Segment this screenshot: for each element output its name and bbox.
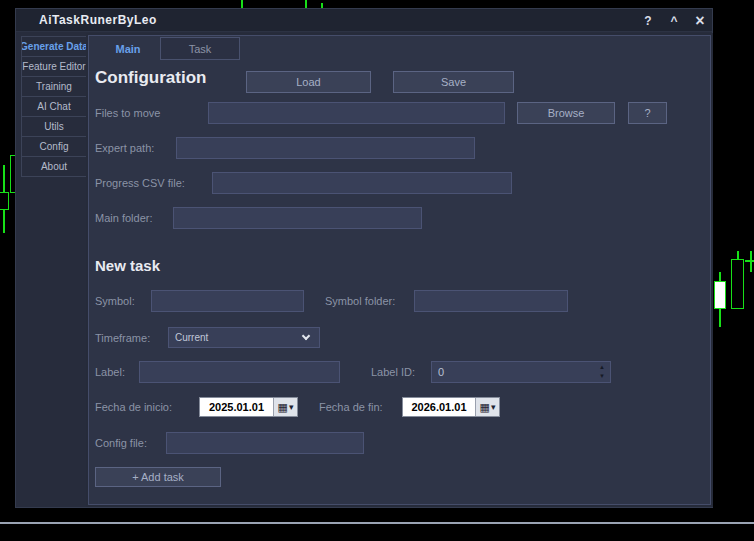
timeframe-label: Timeframe: (95, 327, 150, 349)
new-task-heading: New task (95, 257, 160, 274)
minimize-button[interactable]: ^ (666, 14, 682, 28)
end-date-picker[interactable]: 2026.01.01 ▦ ▾ (402, 397, 500, 417)
candlestick-doji (745, 260, 754, 262)
progress-csv-label: Progress CSV file: (95, 172, 185, 194)
sidebar-item-feature-editor[interactable]: Feature Editor (21, 56, 87, 77)
config-file-label: Config file: (95, 432, 147, 454)
save-button[interactable]: Save (393, 71, 514, 93)
sidebar-item-training[interactable]: Training (21, 76, 87, 97)
expert-path-label: Expert path: (95, 137, 154, 159)
symbol-folder-label: Symbol folder: (325, 290, 395, 312)
app-window: AiTaskRunerByLeo ? ^ × Generate Data Fea… (15, 8, 713, 508)
end-date-dropdown-button[interactable]: ▦ ▾ (475, 398, 499, 416)
main-folder-input[interactable] (173, 207, 422, 229)
sidebar-item-generate-data[interactable]: Generate Data (21, 36, 87, 57)
candlestick-wick (737, 251, 739, 259)
add-task-button[interactable]: + Add task (95, 467, 221, 487)
label-id-spinner[interactable]: 0 ▲ ▼ (431, 361, 611, 383)
candlestick-body (714, 281, 726, 309)
start-date-picker[interactable]: 2025.01.01 ▦ ▾ (199, 397, 298, 417)
configuration-heading: Configuration (95, 68, 206, 88)
end-date-value: 2026.01.01 (403, 401, 475, 413)
label-id-value: 0 (438, 366, 444, 378)
spinner-up-icon[interactable]: ▲ (599, 363, 605, 372)
expert-path-input[interactable] (176, 137, 475, 159)
sidebar-item-about[interactable]: About (21, 156, 87, 177)
chart-bottom-line (0, 522, 754, 524)
symbol-input[interactable] (151, 290, 304, 312)
chart-top-tick (241, 0, 243, 8)
timeframe-selected-value: Current (175, 332, 208, 343)
end-date-label: Fecha de fin: (319, 397, 383, 417)
window-title: AiTaskRunerByLeo (39, 13, 157, 27)
sidebar-item-config[interactable]: Config (21, 136, 87, 157)
spinner-down-icon[interactable]: ▼ (599, 372, 605, 381)
start-date-value: 2025.01.01 (200, 401, 273, 413)
candlestick-wick (3, 210, 5, 233)
candlestick-body (0, 192, 9, 210)
tab-task[interactable]: Task (160, 37, 240, 60)
titlebar[interactable]: AiTaskRunerByLeo ? ^ × (16, 9, 712, 32)
sidebar: Generate Data Feature Editor Training AI… (21, 37, 87, 177)
timeframe-select[interactable]: Current (168, 327, 320, 348)
symbol-label: Symbol: (95, 290, 135, 312)
dropdown-arrow-icon: ▾ (289, 402, 294, 412)
start-date-dropdown-button[interactable]: ▦ ▾ (273, 398, 297, 416)
label-input[interactable] (139, 361, 340, 383)
browse-button[interactable]: Browse (517, 102, 615, 124)
dropdown-arrow-icon: ▾ (491, 402, 496, 412)
files-help-button[interactable]: ? (628, 102, 667, 124)
chevron-down-icon (302, 332, 310, 340)
config-file-input[interactable] (166, 432, 364, 454)
tab-main[interactable]: Main (96, 37, 160, 60)
close-button[interactable]: × (692, 14, 708, 28)
label-label: Label: (95, 361, 125, 383)
candlestick-body (731, 259, 744, 309)
candlestick-wick (719, 272, 721, 281)
calendar-icon: ▦ (480, 402, 490, 412)
files-to-move-input[interactable] (208, 102, 505, 124)
chart-top-tick (305, 0, 307, 8)
main-panel: Main Task Configuration Load Save Files … (88, 35, 711, 505)
sidebar-item-utils[interactable]: Utils (21, 116, 87, 137)
symbol-folder-input[interactable] (414, 290, 568, 312)
label-id-label: Label ID: (371, 361, 415, 383)
start-date-label: Fecha de inicio: (95, 397, 172, 417)
load-button[interactable]: Load (246, 71, 371, 93)
candlestick-wick (3, 165, 5, 193)
help-button[interactable]: ? (640, 14, 656, 28)
main-folder-label: Main folder: (95, 207, 152, 229)
candlestick-wick (719, 309, 721, 327)
sidebar-item-ai-chat[interactable]: AI Chat (21, 96, 87, 117)
files-to-move-label: Files to move (95, 102, 160, 124)
progress-csv-input[interactable] (212, 172, 512, 194)
calendar-icon: ▦ (278, 402, 288, 412)
